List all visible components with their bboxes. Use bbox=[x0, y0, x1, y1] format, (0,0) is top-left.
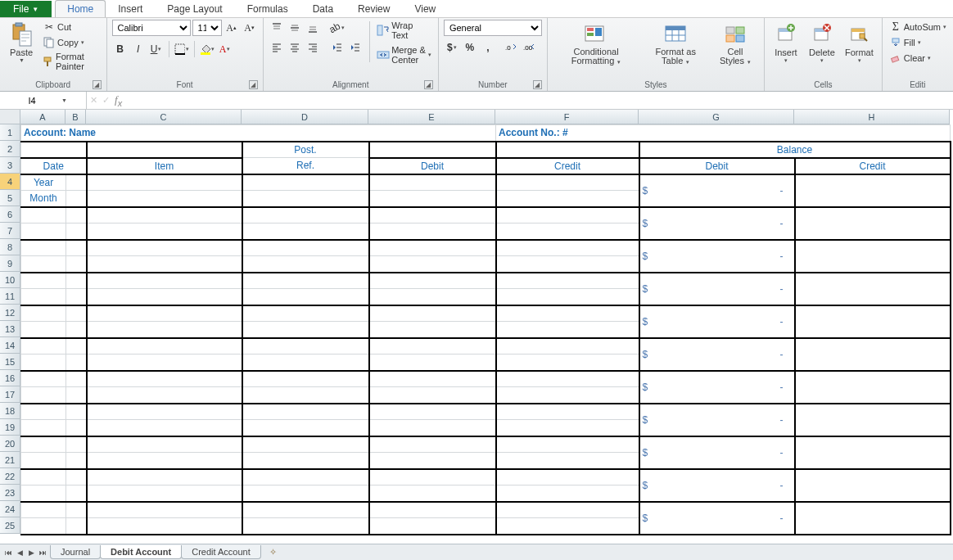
cell[interactable] bbox=[242, 191, 369, 207]
column-header[interactable]: C bbox=[86, 110, 242, 124]
cell[interactable] bbox=[87, 453, 242, 469]
row-header[interactable]: 3 bbox=[0, 157, 20, 174]
cell[interactable] bbox=[795, 469, 951, 502]
row-header[interactable]: 18 bbox=[0, 403, 20, 419]
cell[interactable] bbox=[795, 404, 951, 436]
cell[interactable] bbox=[21, 273, 66, 289]
cell[interactable] bbox=[87, 240, 242, 256]
cell[interactable] bbox=[87, 518, 242, 535]
cell[interactable]: $- bbox=[639, 207, 795, 240]
cell[interactable] bbox=[21, 371, 66, 387]
percent-button[interactable]: % bbox=[462, 39, 478, 56]
align-middle-button[interactable] bbox=[287, 20, 303, 36]
copy-button[interactable]: Copy ▾ bbox=[41, 35, 102, 50]
underline-button[interactable]: U▾ bbox=[148, 41, 165, 57]
cell[interactable]: $- bbox=[639, 371, 795, 404]
row-header[interactable]: 1 bbox=[0, 124, 20, 141]
cell[interactable] bbox=[87, 404, 242, 420]
border-button[interactable]: ▾ bbox=[174, 41, 190, 57]
cell[interactable] bbox=[21, 387, 66, 404]
cell[interactable]: Debit bbox=[639, 158, 795, 174]
format-as-table-button[interactable]: Format as Table ▾ bbox=[643, 20, 708, 68]
cell[interactable] bbox=[87, 469, 242, 485]
cell[interactable] bbox=[496, 436, 639, 453]
cell[interactable] bbox=[369, 355, 496, 371]
cell[interactable] bbox=[242, 485, 369, 502]
cell[interactable] bbox=[21, 207, 66, 224]
cell[interactable] bbox=[66, 338, 87, 355]
increase-decimal-button[interactable]: .0 bbox=[503, 39, 519, 56]
row-header[interactable]: 6 bbox=[0, 206, 20, 223]
comma-button[interactable]: , bbox=[480, 39, 496, 56]
cell[interactable] bbox=[21, 420, 66, 436]
row-header[interactable]: 15 bbox=[0, 354, 20, 370]
tab-last-icon[interactable]: ⏭ bbox=[38, 549, 47, 557]
row-header[interactable]: 4 bbox=[0, 174, 20, 190]
tab-home[interactable]: Home bbox=[55, 0, 106, 17]
cell[interactable] bbox=[496, 485, 639, 502]
cell[interactable] bbox=[496, 338, 639, 355]
cell[interactable] bbox=[87, 322, 242, 338]
tab-prev-icon[interactable]: ◀ bbox=[15, 549, 25, 557]
cell[interactable] bbox=[66, 404, 87, 420]
cell[interactable] bbox=[87, 355, 242, 371]
cell[interactable] bbox=[496, 142, 639, 158]
formula-input[interactable] bbox=[125, 92, 953, 109]
align-top-button[interactable] bbox=[269, 20, 285, 36]
row-header[interactable]: 22 bbox=[0, 468, 20, 485]
cell[interactable] bbox=[21, 518, 66, 535]
tab-file[interactable]: File ▼ bbox=[0, 1, 52, 17]
cell[interactable] bbox=[87, 485, 242, 502]
row-header[interactable]: 17 bbox=[0, 386, 20, 403]
cell[interactable]: Credit bbox=[496, 158, 639, 174]
paste-button[interactable]: Paste ▼ bbox=[5, 20, 38, 65]
cell[interactable]: $- bbox=[639, 240, 795, 273]
cell[interactable] bbox=[66, 387, 87, 404]
row-header[interactable]: 2 bbox=[0, 141, 20, 157]
row-header[interactable]: 16 bbox=[0, 370, 20, 386]
align-center-button[interactable] bbox=[287, 39, 303, 56]
cell[interactable] bbox=[496, 322, 639, 338]
cell[interactable]: Post. bbox=[242, 142, 369, 158]
name-box-input[interactable] bbox=[3, 96, 61, 106]
cell[interactable] bbox=[242, 240, 369, 256]
cell[interactable] bbox=[242, 453, 369, 469]
dialog-launcher-icon[interactable]: ◢ bbox=[533, 80, 542, 89]
cell[interactable] bbox=[369, 273, 496, 289]
cell[interactable]: Ref. bbox=[242, 158, 369, 174]
cell[interactable] bbox=[496, 355, 639, 371]
cell[interactable] bbox=[496, 518, 639, 535]
cell[interactable] bbox=[369, 502, 496, 518]
cell[interactable] bbox=[795, 371, 951, 404]
cell-styles-button[interactable]: Cell Styles ▾ bbox=[711, 20, 759, 68]
column-header[interactable]: H bbox=[794, 110, 950, 124]
column-header[interactable]: D bbox=[242, 110, 368, 124]
cell[interactable] bbox=[66, 191, 87, 207]
cell[interactable]: $- bbox=[639, 273, 795, 305]
cell[interactable] bbox=[242, 355, 369, 371]
cell[interactable] bbox=[496, 207, 639, 224]
cell[interactable] bbox=[87, 191, 242, 207]
cell[interactable] bbox=[87, 142, 242, 158]
cell[interactable] bbox=[242, 371, 369, 387]
cell[interactable] bbox=[496, 453, 639, 469]
cell[interactable] bbox=[795, 240, 951, 273]
cell[interactable] bbox=[87, 256, 242, 273]
cell[interactable] bbox=[795, 273, 951, 305]
cell[interactable] bbox=[242, 436, 369, 453]
fill-color-button[interactable]: ▾ bbox=[199, 41, 215, 57]
cell[interactable]: $- bbox=[639, 404, 795, 436]
cell[interactable] bbox=[369, 371, 496, 387]
cell[interactable] bbox=[242, 469, 369, 485]
cell[interactable] bbox=[369, 338, 496, 355]
cell[interactable] bbox=[66, 256, 87, 273]
bold-button[interactable]: B bbox=[112, 41, 129, 57]
cell[interactable]: Balance bbox=[639, 142, 951, 158]
row-header[interactable]: 11 bbox=[0, 288, 20, 305]
cell[interactable] bbox=[87, 289, 242, 305]
cell[interactable] bbox=[21, 404, 66, 420]
cell[interactable] bbox=[21, 355, 66, 371]
sheet-tab-debit[interactable]: Debit Account bbox=[100, 545, 182, 559]
align-bottom-button[interactable] bbox=[305, 20, 321, 36]
cell[interactable] bbox=[242, 338, 369, 355]
